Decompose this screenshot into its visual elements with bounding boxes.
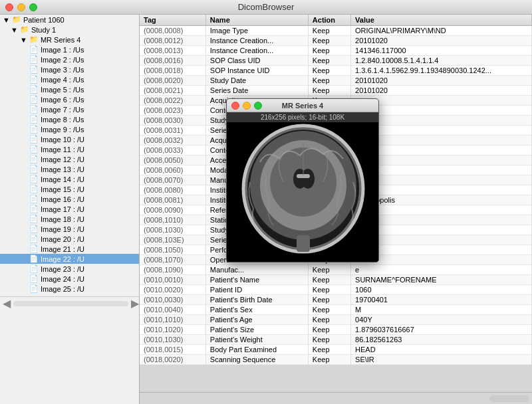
table-row[interactable]: (0010,1030)Patient's WeightKeep86.182561… bbox=[140, 335, 532, 345]
tree-image-5[interactable]: 📄 Image 5 : /Us bbox=[0, 84, 139, 94]
tree-image-8[interactable]: 📄 Image 8 : /Us bbox=[0, 114, 139, 124]
tree-image-18[interactable]: 📄 Image 18 : /U bbox=[0, 214, 139, 224]
table-row[interactable]: (0008,0020)Study DateKeep20101020 bbox=[140, 76, 532, 86]
table-row[interactable]: (0010,1010)Patient's AgeKeep040Y bbox=[140, 315, 532, 325]
table-row[interactable]: (0008,0016)SOP Class UIDKeep1.2.840.1000… bbox=[140, 56, 532, 66]
table-cell: (0008,0032) bbox=[140, 136, 205, 146]
tree-bottom-bar: ◀ ▶ bbox=[0, 296, 139, 310]
folder-icon: 📁 bbox=[29, 35, 39, 44]
table-row[interactable]: (0008,0018)SOP Instance UIDKeep1.3.6.1.4… bbox=[140, 66, 532, 76]
window-controls[interactable] bbox=[5, 3, 37, 11]
image-label: Image 15 : /U bbox=[41, 185, 84, 193]
tree-image-7[interactable]: 📄 Image 7 : /Us bbox=[0, 104, 139, 114]
left-arrow-icon[interactable]: ◀ bbox=[3, 297, 11, 310]
tree-image-17[interactable]: 📄 Image 17 : /U bbox=[0, 204, 139, 214]
file-icon: 📄 bbox=[29, 75, 39, 84]
tree-patient[interactable]: ▼ 📁 Patient 1060 bbox=[0, 15, 139, 25]
tree-image-11[interactable]: 📄 Image 11 : /U bbox=[0, 144, 139, 154]
table-row[interactable]: (0010,0020)Patient IDKeep1060 bbox=[140, 285, 532, 295]
tree-image-10[interactable]: 📄 Image 10 : /U bbox=[0, 134, 139, 144]
tree-image-19[interactable]: 📄 Image 19 : /U bbox=[0, 224, 139, 234]
table-cell: Keep bbox=[308, 305, 350, 315]
table-row[interactable]: (0010,0030)Patient's Birth DateKeep19700… bbox=[140, 295, 532, 305]
file-icon: 📄 bbox=[29, 145, 39, 153]
image-label: Image 17 : /U bbox=[41, 205, 84, 213]
table-cell: Keep bbox=[308, 355, 350, 365]
tree-image-9[interactable]: 📄 Image 9 : /Us bbox=[0, 124, 139, 134]
table-cell: (0010,0010) bbox=[140, 275, 205, 285]
file-icon: 📄 bbox=[29, 135, 39, 144]
table-cell: (0008,0022) bbox=[140, 96, 205, 106]
table-row[interactable]: (0018,0020)Scanning SequenceKeepSE\IR bbox=[140, 355, 532, 365]
table-cell: (0010,0030) bbox=[140, 295, 205, 305]
tree-image-22[interactable]: 📄 Image 22 : /U bbox=[0, 254, 139, 264]
tree-series[interactable]: ▼ 📁 MR Series 4 bbox=[0, 35, 139, 45]
image-label: Image 20 : /U bbox=[41, 235, 84, 243]
tree-image-13[interactable]: 📄 Image 13 : /U bbox=[0, 164, 139, 174]
tree-image-2[interactable]: 📄 Image 2 : /Us bbox=[0, 54, 139, 64]
image-label: Image 8 : /Us bbox=[41, 116, 84, 124]
table-cell: SOP Instance UID bbox=[205, 66, 308, 76]
table-cell: 20101020 bbox=[351, 76, 532, 86]
tree-image-12[interactable]: 📄 Image 12 : /U bbox=[0, 154, 139, 164]
tree-image-6[interactable]: 📄 Image 6 : /Us bbox=[0, 94, 139, 104]
right-arrow-icon[interactable]: ▶ bbox=[131, 297, 139, 310]
tree-image-23[interactable]: 📄 Image 23 : /U bbox=[0, 264, 139, 274]
table-row[interactable]: (0010,0040)Patient's SexKeepM bbox=[140, 305, 532, 315]
series-label: MR Series 4 bbox=[41, 36, 81, 44]
tree-image-15[interactable]: 📄 Image 15 : /U bbox=[0, 184, 139, 194]
table-cell: 19700401 bbox=[351, 295, 532, 305]
patient-label: Patient 1060 bbox=[23, 16, 65, 24]
mri-float-window[interactable]: MR Series 4 216x256 pixels; 16-bit; 108K bbox=[226, 98, 379, 262]
float-close-button[interactable] bbox=[231, 102, 239, 110]
file-icon: 📄 bbox=[29, 235, 39, 243]
table-cell: Keep bbox=[308, 66, 350, 76]
table-cell: (0010,1020) bbox=[140, 325, 205, 335]
table-cell: (0008,0031) bbox=[140, 126, 205, 136]
image-label: Image 16 : /U bbox=[41, 195, 84, 203]
table-row[interactable]: (0018,0015)Body Part ExaminedKeepHEAD bbox=[140, 345, 532, 355]
table-row[interactable]: (0008,0008)Image TypeKeepORIGINAL\PRIMAR… bbox=[140, 26, 532, 36]
table-cell: SE\IR bbox=[351, 355, 532, 365]
svg-rect-10 bbox=[297, 235, 310, 252]
tree-image-3[interactable]: 📄 Image 3 : /Us bbox=[0, 64, 139, 74]
float-maximize-button[interactable] bbox=[254, 102, 262, 110]
tree-study[interactable]: ▼ 📁 Study 1 bbox=[0, 25, 139, 35]
tree-image-14[interactable]: 📄 Image 14 : /U bbox=[0, 174, 139, 184]
triangle-icon: ▼ bbox=[11, 26, 18, 34]
close-button[interactable] bbox=[5, 3, 13, 11]
table-cell: Patient's Weight bbox=[205, 335, 308, 345]
table-cell: Series Date bbox=[205, 86, 308, 96]
file-icon: 📄 bbox=[29, 274, 39, 283]
tree-image-16[interactable]: 📄 Image 16 : /U bbox=[0, 194, 139, 204]
minimize-button[interactable] bbox=[17, 3, 25, 11]
study-label: Study 1 bbox=[31, 26, 56, 34]
table-cell: M bbox=[351, 305, 532, 315]
tree-image-20[interactable]: 📄 Image 20 : /U bbox=[0, 234, 139, 244]
table-cell: (0008,0070) bbox=[140, 175, 205, 185]
table-cell: Keep bbox=[308, 265, 350, 275]
horizontal-scrollbar[interactable] bbox=[489, 395, 529, 402]
table-row[interactable]: (0010,0010)Patient's NameKeepSURNAME^FOR… bbox=[140, 275, 532, 285]
float-window-controls[interactable] bbox=[227, 102, 262, 110]
file-icon: 📄 bbox=[29, 195, 39, 203]
image-label: Image 25 : /U bbox=[41, 285, 84, 293]
scroll-bar[interactable] bbox=[13, 301, 128, 306]
tree-image-21[interactable]: 📄 Image 21 : /U bbox=[0, 244, 139, 254]
file-icon: 📄 bbox=[29, 284, 39, 293]
table-row[interactable]: (0008,0012)Instance Creation...Keep20101… bbox=[140, 36, 532, 46]
file-icon: 📄 bbox=[29, 155, 39, 163]
tree-image-1[interactable]: 📄 Image 1 : /Us bbox=[0, 45, 139, 54]
bottom-scroll-bar[interactable] bbox=[140, 392, 532, 404]
table-row[interactable]: (0008,1090)Manufac...Keepe bbox=[140, 265, 532, 275]
maximize-button[interactable] bbox=[29, 3, 37, 11]
table-row[interactable]: (0010,1020)Patient's SizeKeep1.879603761… bbox=[140, 325, 532, 335]
tree-image-24[interactable]: 📄 Image 24 : /U bbox=[0, 274, 139, 284]
col-value: Value bbox=[351, 15, 532, 26]
file-icon: 📄 bbox=[29, 45, 39, 54]
float-minimize-button[interactable] bbox=[243, 102, 251, 110]
tree-image-25[interactable]: 📄 Image 25 : /U bbox=[0, 284, 139, 294]
table-row[interactable]: (0008,0021)Series DateKeep20101020 bbox=[140, 86, 532, 96]
tree-image-4[interactable]: 📄 Image 4 : /Us bbox=[0, 74, 139, 84]
table-row[interactable]: (0008,0013)Instance Creation...Keep14134… bbox=[140, 46, 532, 56]
